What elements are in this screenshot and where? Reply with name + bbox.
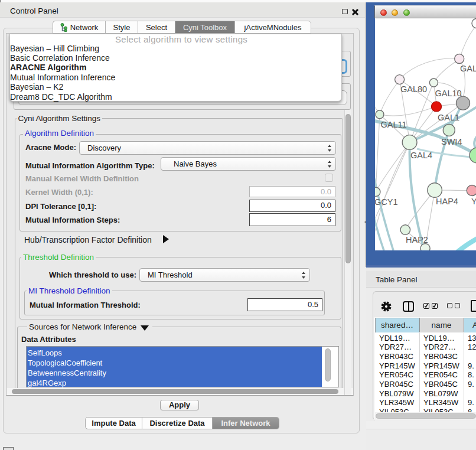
svg-text:GAL4: GAL4 [410,151,432,160]
svg-text:SWI4: SWI4 [441,137,462,146]
svg-text:GAL80: GAL80 [400,84,427,94]
svg-text:GAL11: GAL11 [381,120,407,129]
svg-text:GAL1: GAL1 [438,113,459,122]
svg-text:YM: YM [471,197,476,206]
svg-text:HAP2: HAP2 [406,235,428,244]
svg-text:GCY1: GCY1 [375,197,398,207]
svg-text:GAL10: GAL10 [435,89,462,98]
svg-text:GAL2: GAL2 [460,64,476,73]
svg-text:HAP4: HAP4 [436,197,458,206]
